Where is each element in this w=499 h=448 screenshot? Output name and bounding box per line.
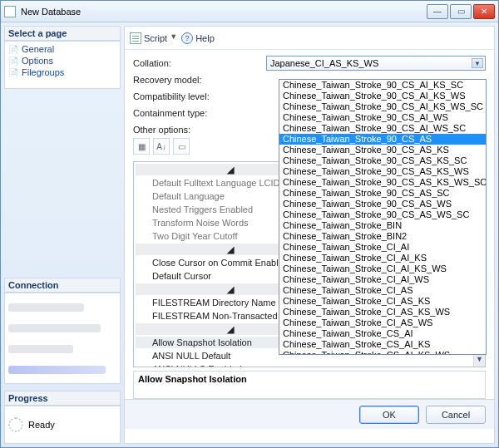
- dropdown-item[interactable]: Chinese_Taiwan_Stroke_BIN: [279, 220, 486, 231]
- dropdown-item[interactable]: Chinese_Taiwan_Stroke_90_CS_AI_KS_SC: [279, 80, 486, 91]
- chevron-down-icon: ▼: [170, 32, 176, 44]
- titlebar[interactable]: New Database — ▭ ✕: [1, 1, 498, 22]
- dropdown-item[interactable]: Chinese_Taiwan_Stroke_CS_AI: [279, 328, 486, 339]
- help-icon: ?: [181, 32, 193, 44]
- dialog-window: New Database — ▭ ✕ Select a page General…: [0, 0, 499, 448]
- collation-combo[interactable]: Japanese_CI_AS_KS_WS ▼: [266, 56, 486, 71]
- dropdown-item[interactable]: Chinese_Taiwan_Stroke_CI_AI_WS: [279, 274, 486, 285]
- nav-item-filegroups[interactable]: Filegroups: [8, 66, 116, 78]
- page-nav: General Options Filegroups: [4, 41, 121, 89]
- dropdown-item[interactable]: Chinese_Taiwan_Stroke_90_CS_AS_KS_SC: [279, 155, 486, 166]
- dropdown-item[interactable]: Chinese_Taiwan_Stroke_90_CS_AS: [279, 134, 486, 145]
- dropdown-item[interactable]: Chinese_Taiwan_Stroke_CS_AI_KS: [279, 339, 486, 350]
- description-title: Allow Snapshot Isolation: [138, 374, 481, 384]
- dropdown-item[interactable]: Chinese_Taiwan_Stroke_CI_AI_KS_WS: [279, 263, 486, 274]
- dropdown-item[interactable]: Chinese_Taiwan_Stroke_CI_AS_KS_WS: [279, 307, 486, 318]
- dropdown-item[interactable]: Chinese_Taiwan_Stroke_90_CS_AS_SC: [279, 188, 486, 199]
- nav-item-general[interactable]: General: [8, 43, 116, 55]
- dropdown-item[interactable]: Chinese_Taiwan_Stroke_90_CS_AI_WS_SC: [279, 123, 486, 134]
- categorized-button[interactable]: ▦: [133, 138, 150, 155]
- dropdown-item[interactable]: Chinese_Taiwan_Stroke_90_CS_AS_WS_SC: [279, 209, 486, 220]
- minimize-button[interactable]: —: [427, 4, 448, 19]
- progress-spinner-icon: [8, 417, 23, 432]
- progress-header: Progress: [4, 391, 121, 406]
- nav-item-options[interactable]: Options: [8, 55, 116, 66]
- dropdown-item[interactable]: Chinese_Taiwan_Stroke_CI_AI: [279, 242, 486, 253]
- help-button[interactable]: ? Help: [181, 32, 215, 44]
- dropdown-item[interactable]: Chinese_Taiwan_Stroke_BIN2: [279, 231, 486, 242]
- collation-dropdown-list[interactable]: Chinese_Taiwan_Stroke_90_CS_AI_KS_SCChin…: [279, 79, 487, 355]
- maximize-button[interactable]: ▭: [450, 4, 472, 19]
- dropdown-item[interactable]: Chinese_Taiwan_Stroke_CI_AI_KS: [279, 253, 486, 263]
- ok-button[interactable]: OK: [359, 406, 419, 424]
- compat-label: Compatibility level:: [133, 91, 266, 101]
- chevron-down-icon: ▼: [472, 58, 483, 68]
- collation-value: Japanese_CI_AS_KS_WS: [270, 58, 378, 68]
- window-title: New Database: [21, 7, 81, 17]
- dropdown-item[interactable]: Chinese_Taiwan_Stroke_90_CS_AI_WS: [279, 112, 486, 123]
- dropdown-item[interactable]: Chinese_Taiwan_Stroke_90_CS_AS_KS_WS_SC: [279, 177, 486, 188]
- dropdown-item[interactable]: Chinese_Taiwan_Stroke_90_CS_AI_KS_WS: [279, 91, 486, 101]
- collation-label: Collation:: [133, 58, 266, 68]
- containment-label: Containment type:: [133, 108, 266, 118]
- dropdown-item[interactable]: Chinese_Taiwan_Stroke_90_CS_AS_WS: [279, 199, 486, 209]
- connection-header: Connection: [4, 278, 121, 293]
- connection-box: [4, 293, 121, 384]
- dropdown-item[interactable]: Chinese_Taiwan_Stroke_CI_AS: [279, 285, 486, 296]
- dropdown-item[interactable]: Chinese_Taiwan_Stroke_CI_AS_KS: [279, 296, 486, 307]
- dropdown-item[interactable]: Chinese_Taiwan_Stroke_90_CS_AS_KS_WS: [279, 166, 486, 177]
- select-page-header: Select a page: [4, 26, 121, 41]
- script-icon: [130, 32, 141, 44]
- dropdown-item[interactable]: Chinese_Taiwan_Stroke_90_CS_AS_KS: [279, 145, 486, 155]
- dropdown-item[interactable]: Chinese_Taiwan_Stroke_CS_AI_KS_WS: [279, 350, 486, 355]
- app-icon: [4, 6, 16, 17]
- cancel-button[interactable]: Cancel: [426, 406, 486, 424]
- script-button[interactable]: Script ▼: [130, 32, 176, 44]
- alphabetical-button[interactable]: A↓: [153, 138, 170, 155]
- progress-status: Ready: [28, 420, 55, 430]
- dropdown-item[interactable]: Chinese_Taiwan_Stroke_90_CS_AI_KS_WS_SC: [279, 101, 486, 112]
- progress-box: Ready: [4, 406, 121, 444]
- grid-properties-button[interactable]: ▭: [173, 138, 190, 155]
- dropdown-item[interactable]: Chinese_Taiwan_Stroke_CI_AS_WS: [279, 318, 486, 328]
- grid-row[interactable]: ANSI NULLS Enabled: [136, 363, 483, 367]
- recovery-label: Recovery model:: [133, 75, 266, 85]
- description-pane: Allow Snapshot Isolation: [133, 371, 486, 399]
- close-button[interactable]: ✕: [473, 4, 495, 19]
